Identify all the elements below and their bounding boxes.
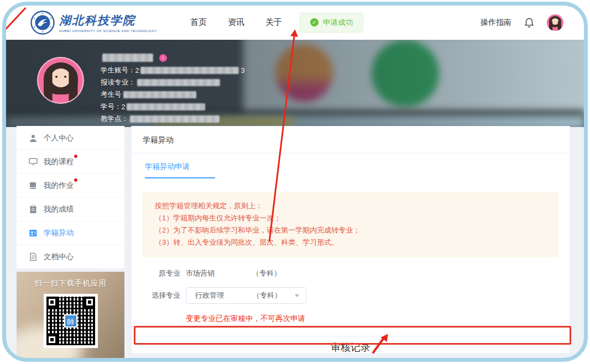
main-panel: 学籍异动 学籍异动申请 按照学籍管理相关规定，原则上： （1）学籍期内每生仅允许… [131, 126, 570, 354]
sidebar-nav: 个人中心 我的课程 我的作业 [17, 126, 124, 268]
original-major-level: （专科） [252, 268, 281, 278]
sidebar-item-status-change[interactable]: 学籍异动 [17, 221, 124, 245]
masked-value [127, 103, 205, 110]
clipboard-icon [29, 205, 38, 214]
logo-en-text: HUBEI UNIVERSITY OF SCIENCE AND TECHNOLO… [59, 29, 157, 33]
operation-guide-link[interactable]: 操作指南 [481, 18, 511, 28]
pending-warning-text: 变更专业已在审核中，不可再次申请 [186, 314, 558, 324]
sidebar-item-my-homework[interactable]: 我的作业 [17, 173, 124, 197]
app-window: 湖北科技学院 HUBEI UNIVERSITY OF SCIENCE AND T… [6, 5, 584, 358]
user-avatar[interactable] [547, 14, 563, 31]
divider [132, 336, 570, 336]
chevron-down-icon [295, 294, 299, 297]
female-icon: ♀ [159, 54, 167, 62]
masked-value [140, 67, 239, 74]
student-field-studentno: 学号： 2 [101, 102, 244, 112]
notification-dot [74, 155, 77, 158]
student-field-teachingpoint: 教学点： [101, 114, 244, 124]
nav-item-about[interactable]: 关于 [265, 17, 282, 28]
student-field-examno: 考生号 [101, 90, 244, 99]
masked-value [123, 91, 196, 98]
sidebar-item-document-center[interactable]: 文档中心 [17, 245, 124, 268]
policy-notice: 按照学籍管理相关规定，原则上： （1）学籍期内每生仅允许转专业一次； （2）为了… [143, 192, 558, 257]
divider [132, 153, 570, 154]
notification-dot [74, 178, 77, 182]
original-major-value: 市场营销 [186, 268, 252, 278]
book-icon [29, 181, 38, 190]
document-icon [29, 252, 38, 261]
student-avatar [37, 57, 84, 104]
check-circle-icon: ✓ [310, 18, 319, 27]
profile-banner: ♀ 学生账号： 2 3 报读专业： 考生号 [6, 40, 584, 127]
download-qr-code: 師 [44, 294, 98, 348]
select-major-row: 选择专业 行政管理 （专科） [143, 287, 558, 304]
sidebar-item-my-courses[interactable]: 我的课程 [17, 150, 124, 173]
masked-value [137, 79, 220, 86]
student-field-major: 报读专业： [101, 78, 244, 87]
tab-status-change-apply[interactable]: 学籍异动申请 [145, 162, 215, 178]
sidebar-item-my-grades[interactable]: 我的成绩 [17, 197, 124, 221]
masked-value [130, 115, 220, 123]
nav-menu: 首页 资讯 关于 [190, 17, 282, 28]
qr-caption: 扫一扫下载手机应用 [17, 278, 124, 288]
monitor-icon [29, 157, 38, 166]
toast-message: 申请成功 [323, 18, 353, 28]
student-info: ♀ 学生账号： 2 3 报读专业： 考生号 [101, 54, 244, 124]
top-navbar: 湖北科技学院 HUBEI UNIVERSITY OF SCIENCE AND T… [6, 5, 584, 40]
university-logo: 湖北科技学院 HUBEI UNIVERSITY OF SCIENCE AND T… [30, 10, 157, 35]
major-select[interactable]: 行政管理 （专科） [186, 287, 306, 304]
record-section-heading: 审核记录 [143, 341, 558, 354]
page-title: 学籍异动 [143, 135, 558, 145]
qr-center-logo: 師 [64, 314, 77, 328]
idcard-icon [29, 229, 38, 238]
student-name-masked [102, 54, 153, 62]
logo-cn-text: 湖北科技学院 [59, 13, 157, 28]
nav-item-news[interactable]: 资讯 [228, 17, 244, 28]
page: 湖北科技学院 HUBEI UNIVERSITY OF SCIENCE AND T… [0, 0, 590, 364]
user-icon [29, 134, 38, 143]
student-field-account: 学生账号： 2 3 [101, 66, 244, 75]
university-seal-icon [30, 10, 55, 35]
success-toast: ✓ 申请成功 [300, 13, 363, 33]
bell-icon[interactable] [524, 17, 535, 28]
original-major-row: 原专业 市场营销 （专科） [143, 268, 558, 278]
sidebar-item-personal-center[interactable]: 个人中心 [17, 126, 124, 150]
nav-item-home[interactable]: 首页 [190, 17, 207, 28]
app-download-panel: 扫一扫下载手机应用 師 [17, 272, 124, 358]
